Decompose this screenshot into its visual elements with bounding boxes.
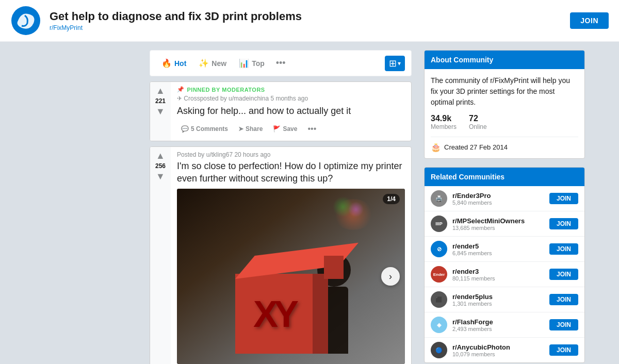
community-members: 1,301 members bbox=[452, 301, 544, 307]
header-title-area: Get help to diagnose and fix 3D print pr… bbox=[50, 10, 562, 31]
community-name[interactable]: r/ender3 bbox=[452, 268, 544, 275]
vote-column: ▲ 221 ▼ bbox=[150, 82, 171, 141]
community-members: 2,493 members bbox=[452, 326, 544, 332]
sort-bar: 🔥 Hot ✨ New 📊 Top ••• ⊞ ▾ bbox=[150, 50, 412, 76]
join-community-button[interactable]: JOIN bbox=[549, 243, 578, 255]
pin-badge: 📌 PINNED BY MODERATORS bbox=[177, 86, 405, 93]
about-body: The community of r/FixMyPrint will help … bbox=[425, 69, 584, 158]
feed-area: 🔥 Hot ✨ New 📊 Top ••• ⊞ ▾ ▲ bbox=[150, 50, 412, 364]
related-list: 🖨️ r/Ender3Pro 5,840 members JOIN IIIP r… bbox=[425, 186, 584, 362]
community-name[interactable]: r/FlashForge bbox=[452, 318, 544, 326]
sort-hot-button[interactable]: 🔥 Hot bbox=[156, 55, 191, 71]
community-name[interactable]: r/ender5plus bbox=[452, 293, 544, 301]
header-subreddit[interactable]: r/FixMyPrint bbox=[50, 24, 562, 31]
post-content: 📌 PINNED BY MODERATORS ✈ Crossposted by … bbox=[171, 82, 411, 141]
downvote-button[interactable]: ▼ bbox=[156, 107, 165, 116]
image-placeholder: XY bbox=[177, 189, 405, 364]
header-title: Get help to diagnose and fix 3D print pr… bbox=[50, 10, 562, 23]
community-members: 80,115 members bbox=[452, 275, 544, 282]
grid-icon: ⊞ bbox=[389, 58, 397, 69]
community-icon: Ender bbox=[431, 266, 447, 283]
community-info: r/MPSelectMiniOwners 13,685 members bbox=[452, 217, 544, 231]
community-icon: ◈ bbox=[431, 317, 447, 333]
community-members: 10,079 members bbox=[452, 351, 544, 357]
related-header: Related Communities bbox=[425, 168, 584, 186]
downvote-button[interactable]: ▼ bbox=[156, 172, 165, 181]
save-icon: 🚩 bbox=[273, 125, 281, 133]
community-info: r/ender5 6,845 members bbox=[452, 242, 544, 256]
more-actions-button[interactable]: ••• bbox=[303, 121, 320, 137]
list-item: Ender r/ender3 80,115 members JOIN bbox=[425, 262, 584, 287]
sparkle-icon: ✨ bbox=[199, 58, 209, 68]
community-members: 5,840 members bbox=[452, 200, 544, 206]
post-title[interactable]: Asking for help... and how to actually g… bbox=[177, 105, 405, 117]
list-item: ⬛ r/ender5plus 1,301 members JOIN bbox=[425, 287, 584, 312]
join-community-button[interactable]: JOIN bbox=[549, 294, 578, 305]
bar-chart-icon: 📊 bbox=[239, 58, 249, 68]
join-community-button[interactable]: JOIN bbox=[549, 218, 578, 229]
members-stat: 34.9k Members bbox=[431, 114, 457, 130]
community-info: r/AnycubicPhoton 10,079 members bbox=[452, 343, 544, 357]
community-info: r/Ender3Pro 5,840 members bbox=[452, 192, 544, 206]
post-content: Posted by u/tkling67 20 hours ago I'm so… bbox=[171, 147, 411, 364]
community-icon: ⊘ bbox=[431, 241, 447, 257]
comment-icon: 💬 bbox=[181, 125, 189, 133]
list-item: IIIP r/MPSelectMiniOwners 13,685 members… bbox=[425, 211, 584, 237]
upvote-button[interactable]: ▲ bbox=[156, 151, 165, 160]
join-community-button[interactable]: JOIN bbox=[549, 193, 578, 204]
members-value: 34.9k bbox=[431, 114, 457, 123]
online-value: 72 bbox=[469, 114, 487, 123]
community-name[interactable]: r/MPSelectMiniOwners bbox=[452, 217, 544, 225]
save-button[interactable]: 🚩 Save bbox=[269, 122, 301, 136]
left-spacer bbox=[34, 50, 137, 364]
sort-more-button[interactable]: ••• bbox=[272, 55, 290, 72]
about-created: 🎂 Created 27 Feb 2014 bbox=[431, 137, 578, 152]
list-item: 🖨️ r/Ender3Pro 5,840 members JOIN bbox=[425, 186, 584, 211]
main-layout: 🔥 Hot ✨ New 📊 Top ••• ⊞ ▾ ▲ bbox=[26, 42, 593, 364]
post-actions: 💬 5 Comments ➤ Share 🚩 Save ••• bbox=[177, 121, 405, 137]
community-members: 6,845 members bbox=[452, 250, 544, 256]
community-info: r/ender5plus 1,301 members bbox=[452, 293, 544, 307]
vote-column: ▲ 256 ▼ bbox=[150, 147, 171, 364]
list-item: ◈ r/FlashForge 2,493 members JOIN bbox=[425, 312, 584, 338]
list-item: ⊘ r/ender5 6,845 members JOIN bbox=[425, 237, 584, 262]
community-name[interactable]: r/ender5 bbox=[452, 242, 544, 250]
join-community-button[interactable]: JOIN bbox=[549, 344, 578, 356]
community-icon: ⬛ bbox=[431, 291, 447, 308]
related-communities-card: Related Communities 🖨️ r/Ender3Pro 5,840… bbox=[424, 167, 585, 363]
chevron-down-icon: ▾ bbox=[398, 60, 401, 67]
share-button[interactable]: ➤ Share bbox=[234, 122, 267, 136]
community-icon: 🔵 bbox=[431, 342, 447, 358]
post-title[interactable]: I'm so close to perfection! How do I opt… bbox=[177, 160, 405, 185]
view-toggle[interactable]: ⊞ ▾ bbox=[385, 56, 405, 71]
about-stats: 34.9k Members 72 Online bbox=[431, 114, 578, 130]
image-next-button[interactable]: › bbox=[381, 267, 400, 286]
share-icon: ➤ bbox=[238, 125, 243, 133]
table-row: ▲ 221 ▼ 📌 PINNED BY MODERATORS ✈ Crosspo… bbox=[150, 81, 412, 141]
post-meta: Posted by u/tkling67 20 hours ago bbox=[177, 151, 405, 158]
join-community-button[interactable]: JOIN bbox=[549, 269, 578, 280]
table-row: ▲ 256 ▼ Posted by u/tkling67 20 hours ag… bbox=[150, 146, 412, 364]
sort-new-button[interactable]: ✨ New bbox=[193, 55, 232, 71]
comments-button[interactable]: 💬 5 Comments bbox=[177, 122, 232, 136]
community-icon: IIIP bbox=[431, 216, 447, 232]
community-info: r/FlashForge 2,493 members bbox=[452, 318, 544, 332]
community-members: 13,685 members bbox=[452, 225, 544, 231]
sort-top-button[interactable]: 📊 Top bbox=[234, 55, 270, 71]
about-community-card: About Community The community of r/FixMy… bbox=[424, 50, 585, 159]
online-label: Online bbox=[469, 123, 487, 130]
vote-count: 256 bbox=[155, 162, 166, 170]
community-name[interactable]: r/AnycubicPhoton bbox=[452, 343, 544, 351]
pin-icon: 📌 bbox=[177, 86, 185, 93]
community-name[interactable]: r/Ender3Pro bbox=[452, 192, 544, 200]
cake-icon: 🎂 bbox=[431, 142, 441, 152]
join-header-button[interactable]: JOIN bbox=[570, 12, 609, 29]
image-counter: 1/4 bbox=[383, 194, 400, 204]
community-info: r/ender3 80,115 members bbox=[452, 268, 544, 282]
about-header: About Community bbox=[425, 51, 584, 69]
right-sidebar: About Community The community of r/FixMy… bbox=[424, 50, 585, 364]
join-community-button[interactable]: JOIN bbox=[549, 319, 578, 330]
crosspost-meta: ✈ Crossposted by u/madeinchina 5 months … bbox=[177, 95, 405, 102]
upvote-button[interactable]: ▲ bbox=[156, 86, 165, 95]
header-banner: Get help to diagnose and fix 3D print pr… bbox=[0, 0, 619, 42]
